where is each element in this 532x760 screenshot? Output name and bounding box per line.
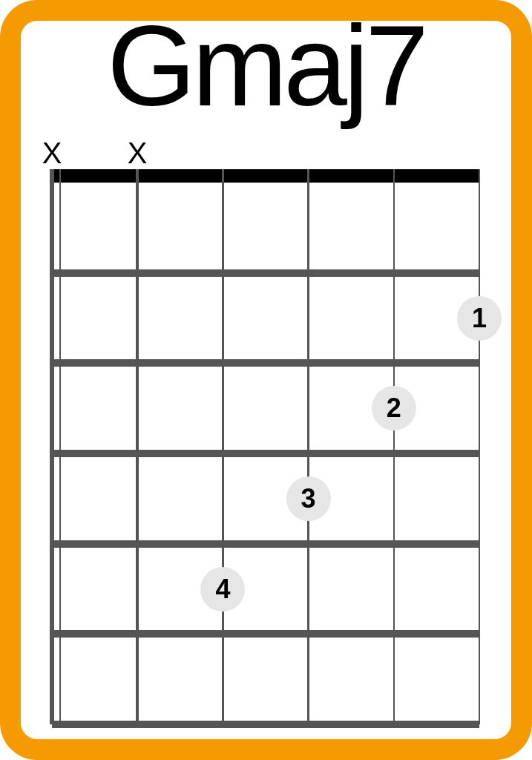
- fret-line: [52, 359, 479, 367]
- string-line: [307, 169, 309, 724]
- string-line-extra: [59, 169, 61, 724]
- fret-line: [52, 269, 479, 277]
- string-line: [50, 169, 54, 724]
- mute-indicators-row: XX: [21, 137, 511, 166]
- fret-line: [52, 450, 479, 457]
- chord-card: Gmaj7 XX 1234: [0, 0, 532, 760]
- finger-marker: 4: [200, 567, 245, 612]
- mute-marker: X: [128, 137, 148, 170]
- fret-line: [52, 721, 479, 728]
- string-line: [136, 169, 139, 724]
- finger-marker: 2: [372, 386, 416, 430]
- nut: [52, 169, 479, 183]
- string-line: [222, 169, 224, 724]
- chord-card-inner: Gmaj7 XX 1234: [21, 21, 511, 739]
- finger-marker: 3: [286, 476, 331, 521]
- string-line: [393, 169, 395, 724]
- chord-name: Gmaj7: [21, 21, 511, 123]
- fret-line: [52, 540, 479, 548]
- fretboard: 1234: [52, 169, 479, 724]
- mute-marker: X: [42, 137, 62, 170]
- finger-marker: 1: [457, 296, 502, 341]
- string-line: [479, 169, 480, 724]
- fret-line: [52, 630, 479, 638]
